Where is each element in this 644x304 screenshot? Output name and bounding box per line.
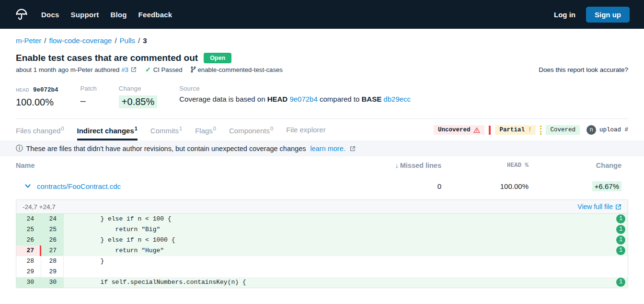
tabs-row: Files changed0 Indirect changes1 Commits… — [16, 125, 628, 140]
branch-wrap: enable-commented-test-cases — [190, 66, 283, 73]
head-percent-value: 100.00% — [446, 182, 537, 190]
change-value: +0.85% — [119, 95, 157, 108]
column-header-change[interactable]: Change — [537, 162, 628, 169]
legend-partial: Partial ! — [495, 125, 536, 135]
head-line-number: 24 — [41, 214, 64, 224]
column-header-head-percent[interactable]: HEAD % — [446, 162, 537, 169]
diff-line-row[interactable]: 24 24 } else if n < 100 { 1 — [16, 214, 628, 224]
head-label: HEAD — [16, 87, 29, 93]
head-line-number: 27 — [41, 246, 64, 256]
breadcrumb-separator: / — [115, 36, 116, 45]
diff-line-row[interactable]: 28 28 } — [16, 256, 628, 267]
file-row: contracts/FooContract.cdc 0 100.00% +6.6… — [16, 175, 628, 198]
file-name-link[interactable]: contracts/FooContract.cdc — [37, 182, 121, 190]
nav-links: Docs Support Blog Feedback — [41, 11, 172, 19]
file-change-value: +6.67% — [592, 181, 621, 191]
login-link[interactable]: Log in — [554, 11, 575, 19]
codecov-logo[interactable] — [14, 7, 29, 22]
banner-message: These are files that didn't have author … — [26, 145, 306, 152]
nav-link-blog[interactable]: Blog — [110, 11, 126, 19]
source-description: Coverage data is based on HEAD 9e072b4 c… — [179, 95, 411, 103]
code-line: } else if n < 1000 { — [64, 235, 628, 246]
learn-more-link[interactable]: learn more. — [310, 145, 345, 152]
diff-line-row[interactable]: 30 30 if self.specialNumbers.containsKey… — [16, 277, 628, 288]
hunk-header: -24,7 +24,7 — [23, 203, 56, 210]
tab-commits[interactable]: Commits1 — [150, 126, 182, 140]
tab-indirect-changes[interactable]: Indirect changes1 — [77, 126, 138, 140]
missed-lines-value: 0 — [374, 182, 446, 190]
coverage-legend: Uncovered Partial ! Covered n upload # — [434, 125, 628, 140]
source-prefix: Coverage data is based on — [179, 95, 267, 103]
stat-source: Source Coverage data is based on HEAD 9e… — [179, 85, 411, 103]
report-accuracy-prompt[interactable]: Does this report look accurate? — [539, 66, 628, 73]
breadcrumb-separator: / — [138, 36, 140, 45]
pr-number-link[interactable]: #3 — [121, 66, 128, 73]
ci-check-icon: ✓ — [145, 66, 151, 73]
uncovered-bar-sample — [489, 126, 491, 135]
breadcrumb-pulls-link[interactable]: Pulls — [120, 36, 136, 45]
git-branch-icon — [190, 66, 196, 73]
signup-button[interactable]: Sign up — [586, 7, 630, 23]
tab-components[interactable]: Components0 — [229, 126, 273, 140]
code-line — [64, 267, 628, 277]
base-line-number: 26 — [16, 235, 41, 246]
external-link-icon — [615, 204, 621, 210]
tab-count: 0 — [213, 126, 216, 131]
base-line-number: 29 — [16, 267, 41, 277]
status-badge: Open — [204, 53, 231, 63]
info-icon: ⓘ — [16, 144, 23, 153]
code-line: return "Huge" — [64, 246, 628, 256]
tab-list: Files changed0 Indirect changes1 Commits… — [16, 126, 326, 140]
external-link-icon[interactable] — [131, 67, 137, 72]
nav-link-feedback[interactable]: Feedback — [138, 11, 172, 19]
line-upload-count-badge: 1 — [616, 235, 625, 245]
nav-link-support[interactable]: Support — [70, 11, 99, 19]
external-link-icon[interactable] — [350, 146, 356, 152]
diff-lines: 24 24 } else if n < 100 { 1 25 25 return… — [16, 214, 628, 288]
diff-line-row[interactable]: 27 27 return "Huge" 1 — [16, 246, 628, 256]
branch-name: enable-commented-test-cases — [198, 66, 283, 73]
breadcrumb-owner-link[interactable]: m-Peter — [16, 36, 41, 45]
breadcrumb-separator: / — [44, 36, 46, 45]
diff-header: -24,7 +24,7 View full file — [16, 200, 628, 214]
nav-link-docs[interactable]: Docs — [41, 11, 59, 19]
diff-line-row[interactable]: 29 29 — [16, 267, 628, 277]
main-content: m-Peter/flow-code-coverage/Pulls/3 Enabl… — [0, 36, 644, 140]
base-line-number: 25 — [16, 224, 41, 235]
column-header-name[interactable]: Name — [16, 162, 374, 169]
patch-label: Patch — [80, 85, 97, 92]
line-upload-count-badge: 1 — [616, 278, 625, 287]
view-full-file-link[interactable]: View full file — [577, 203, 621, 210]
tab-count: 1 — [179, 126, 182, 131]
head-line-number: 28 — [41, 256, 64, 267]
head-line-number: 30 — [41, 277, 64, 288]
page-title: Enable test cases that are commented out — [16, 53, 198, 63]
title-row: Enable test cases that are commented out… — [16, 53, 628, 63]
source-label: Source — [179, 85, 411, 92]
diff-line-row[interactable]: 25 25 return "Big" 1 — [16, 224, 628, 235]
tab-flags[interactable]: Flags0 — [195, 126, 216, 140]
coverage-stats: HEAD 9e072b4 100.00% Patch – Change +0.8… — [16, 85, 628, 108]
diff-line-row[interactable]: 26 26 } else if n < 1000 { 1 — [16, 235, 628, 246]
tab-count: 0 — [61, 126, 64, 131]
column-header-missed-lines[interactable]: ↓Missed lines — [374, 162, 446, 169]
source-head-sha-link[interactable]: 9e072b4 — [289, 95, 317, 103]
line-upload-count-badge: 1 — [616, 214, 625, 223]
source-middle: compared to — [318, 95, 362, 103]
stat-patch: Patch – — [80, 85, 97, 106]
indirect-changes-banner: ⓘ These are files that didn't have autho… — [0, 140, 644, 156]
line-upload-count-badge: 1 — [616, 246, 625, 255]
tab-files-changed[interactable]: Files changed0 — [16, 126, 64, 140]
source-base-sha-link[interactable]: db29ecc — [383, 95, 411, 103]
code-line: return "Big" — [64, 224, 628, 235]
change-label: Change — [119, 85, 157, 92]
tab-count: 1 — [135, 126, 138, 131]
stat-change: Change +0.85% — [119, 85, 157, 108]
source-head-word: HEAD — [267, 95, 288, 103]
tab-file-explorer[interactable]: File explorer — [286, 126, 326, 140]
legend-uncovered: Uncovered — [434, 125, 485, 135]
code-line: } — [64, 256, 628, 267]
chevron-down-icon[interactable] — [24, 183, 31, 189]
breadcrumb-repo-link[interactable]: flow-code-coverage — [49, 36, 112, 45]
head-sha: 9e072b4 — [33, 87, 58, 94]
